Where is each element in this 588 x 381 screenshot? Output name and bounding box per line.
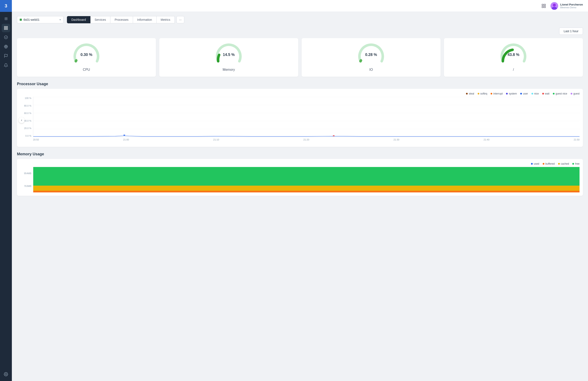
sidebar-nav: ⊞ — [2, 12, 10, 367]
legend-interrupt: interrupt — [491, 92, 503, 95]
legend-dot-nice — [531, 93, 533, 94]
tab-information[interactable]: Information — [133, 16, 157, 23]
legend-dot-guest — [571, 93, 572, 94]
legend-cached: cached — [558, 162, 569, 165]
user-text: Lionel Porcheron Bleemeo Demo — [560, 3, 583, 9]
legend-dot-user — [520, 93, 522, 94]
gauge-card-cpu: 0.30 % CPU — [17, 38, 156, 77]
memory-stacked-bars — [33, 167, 580, 192]
legend-used: used — [531, 162, 539, 165]
gauge-card-io: 0.28 % IO — [302, 38, 441, 77]
processor-chart-container: ‹ 100 % 80.0 % 60.0 % 40.0 % 20.0 % 0.0 … — [20, 97, 580, 144]
processor-line-chart — [33, 97, 580, 137]
svg-rect-10 — [544, 4, 546, 5]
legend-dot-guest-nice — [553, 93, 555, 94]
cpu-gauge: 0.30 % — [72, 43, 101, 64]
sidebar-item-dashboard[interactable] — [2, 24, 10, 32]
processor-section: Processor Usage steal softirq interrupt — [17, 82, 583, 147]
svg-point-4 — [4, 36, 8, 39]
legend-dot-interrupt — [491, 93, 492, 94]
svg-rect-1 — [6, 26, 8, 28]
legend-wait: wait — [542, 92, 549, 95]
memory-bar-buffered — [33, 191, 580, 192]
host-selector[interactable]: tls01-web01 ▾ — [17, 16, 63, 23]
sidebar-item-grid[interactable]: ⊞ — [2, 14, 10, 23]
gauge-cards: 0.30 % CPU 14.5 % Memory — [17, 38, 583, 77]
memory-chart-card: used buffered cached free — [17, 159, 583, 196]
cpu-label: CPU — [83, 68, 90, 72]
grid-view-icon[interactable] — [540, 2, 547, 9]
user-info[interactable]: Lionel Porcheron Bleemeo Demo — [550, 2, 583, 10]
host-name: tls01-web01 — [23, 18, 58, 21]
legend-steal: steal — [466, 92, 474, 95]
legend-dot-used — [531, 163, 533, 165]
sidebar-item-globe[interactable] — [2, 42, 10, 51]
memory-bar-free — [33, 167, 580, 186]
x-axis-labels: 20:50 21:00 21:10 21:20 21:30 21:40 21:5… — [33, 138, 580, 144]
memory-y-labels: 954MB 763MB — [20, 167, 33, 192]
time-filter-row: Last 1 hour — [17, 27, 583, 35]
memory-value: 14.5 % — [223, 53, 235, 57]
avatar — [550, 2, 558, 10]
tabs: Dashboard Services Processes Information… — [67, 16, 184, 23]
topbar-right: Lionel Porcheron Bleemeo Demo — [540, 2, 583, 10]
svg-point-16 — [124, 135, 126, 136]
sidebar-bottom — [2, 367, 10, 381]
svg-point-17 — [333, 135, 335, 136]
sidebar: 3 ⊞ — [0, 0, 12, 381]
svg-rect-12 — [544, 6, 546, 7]
gauge-card-slash: 43.8 % / — [444, 38, 583, 77]
host-tabs-row: tls01-web01 ▾ Dashboard Services Process… — [17, 16, 583, 23]
host-status-dot — [20, 19, 22, 21]
tab-processes[interactable]: Processes — [110, 16, 133, 23]
processor-legend: steal softirq interrupt system — [20, 92, 580, 95]
legend-dot-system — [506, 93, 508, 94]
tab-services[interactable]: Services — [90, 16, 111, 23]
chevron-down-icon: ▾ — [60, 18, 61, 21]
gauge-card-memory: 14.5 % Memory — [159, 38, 298, 77]
svg-point-8 — [5, 374, 7, 375]
io-gauge: 0.28 % — [356, 43, 386, 64]
sidebar-item-settings[interactable] — [2, 370, 10, 379]
app-logo[interactable]: 3 — [0, 0, 12, 12]
svg-rect-2 — [4, 28, 6, 30]
legend-softirq: softirq — [478, 92, 487, 95]
legend-dot-wait — [542, 93, 544, 94]
legend-dot-free — [572, 163, 574, 165]
legend-nice: nice — [531, 92, 539, 95]
legend-free: free — [572, 162, 580, 165]
processor-chart-area: 100 % 80.0 % 60.0 % 40.0 % 20.0 % 0.0 % — [20, 97, 580, 144]
user-name: Lionel Porcheron — [560, 3, 583, 6]
chart-plot-area — [33, 97, 580, 137]
chart-nav-left[interactable]: ‹ — [19, 117, 24, 123]
user-org: Bleemeo Demo — [560, 6, 583, 9]
io-label: IO — [369, 68, 373, 72]
io-value: 0.28 % — [365, 53, 377, 57]
processor-title: Processor Usage — [17, 82, 583, 86]
sidebar-item-alerts[interactable] — [2, 61, 10, 69]
legend-dot-buffered — [543, 163, 544, 165]
cpu-value: 0.30 % — [81, 53, 92, 57]
legend-user: user — [520, 92, 528, 95]
legend-dot-steal — [466, 93, 468, 94]
slash-gauge: 43.8 % — [499, 43, 528, 64]
main-content: Lionel Porcheron Bleemeo Demo tls01-web0… — [12, 0, 588, 381]
memory-section: Memory Usage used buffered cached — [17, 152, 583, 196]
y-axis-labels: 100 % 80.0 % 60.0 % 40.0 % 20.0 % 0.0 % — [20, 97, 33, 137]
time-filter-button[interactable]: Last 1 hour — [559, 27, 583, 35]
sidebar-item-flag[interactable] — [2, 52, 10, 60]
memory-bar-cached — [33, 186, 580, 191]
memory-label: Memory — [223, 68, 235, 72]
memory-legend: used buffered cached free — [20, 162, 580, 165]
svg-rect-9 — [542, 4, 543, 5]
legend-dot-cached — [558, 163, 560, 165]
sidebar-item-monitoring[interactable] — [2, 33, 10, 42]
slash-label: / — [513, 68, 514, 72]
tab-dashboard[interactable]: Dashboard — [67, 16, 90, 23]
legend-guest-nice: guest nice — [553, 92, 567, 95]
legend-system: system — [506, 92, 517, 95]
tab-metrics[interactable]: Metrics — [156, 16, 175, 23]
tab-more[interactable]: ··· — [176, 16, 185, 23]
svg-rect-0 — [4, 26, 6, 28]
svg-point-14 — [553, 4, 556, 7]
